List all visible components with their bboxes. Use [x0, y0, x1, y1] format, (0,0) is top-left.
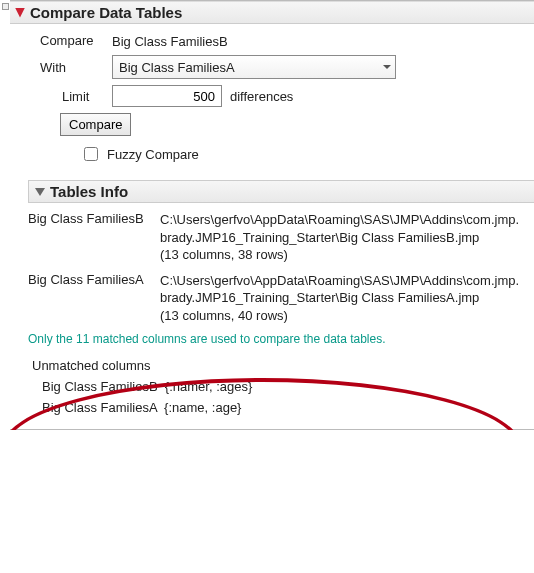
- unmatched-line: Big Class FamiliesB {:namer, :ages}: [42, 379, 526, 394]
- table-info-row: Big Class FamiliesA C:\Users\gerfvo\AppD…: [28, 272, 526, 325]
- with-dropdown[interactable]: Big Class FamiliesA: [112, 55, 396, 79]
- compare-value: Big Class FamiliesB: [112, 32, 228, 49]
- section-title: Compare Data Tables: [30, 4, 182, 21]
- table-name: Big Class FamiliesB: [28, 211, 160, 264]
- disclosure-icon: [35, 188, 45, 196]
- matched-note: Only the 11 matched columns are used to …: [28, 332, 526, 346]
- gutter: [0, 0, 10, 430]
- with-label: With: [40, 60, 112, 75]
- unmatched-line: Big Class FamiliesA {:name, :age}: [42, 400, 526, 415]
- chevron-down-icon: [383, 65, 391, 69]
- table-info-row: Big Class FamiliesB C:\Users\gerfvo\AppD…: [28, 211, 526, 264]
- limit-input[interactable]: [112, 85, 222, 107]
- compare-button[interactable]: Compare: [60, 113, 131, 136]
- gutter-marker: [2, 3, 9, 10]
- table-path: C:\Users\gerfvo\AppData\Roaming\SAS\JMP\…: [160, 212, 519, 245]
- section-header-tables-info[interactable]: Tables Info: [28, 180, 534, 203]
- limit-label: Limit: [62, 89, 112, 104]
- section-header-compare[interactable]: Compare Data Tables: [10, 1, 534, 24]
- unmatched-title: Unmatched columns: [32, 358, 526, 373]
- section-title: Tables Info: [50, 183, 128, 200]
- with-dropdown-value: Big Class FamiliesA: [119, 60, 235, 75]
- table-name: Big Class FamiliesA: [28, 272, 160, 325]
- table-meta: (13 columns, 38 rows): [160, 247, 288, 262]
- limit-suffix: differences: [230, 89, 293, 104]
- disclosure-icon: [15, 8, 25, 18]
- fuzzy-label: Fuzzy Compare: [107, 147, 199, 162]
- table-meta: (13 columns, 40 rows): [160, 308, 288, 323]
- fuzzy-checkbox[interactable]: [84, 147, 98, 161]
- compare-label: Compare: [40, 33, 112, 48]
- table-path: C:\Users\gerfvo\AppData\Roaming\SAS\JMP\…: [160, 273, 519, 306]
